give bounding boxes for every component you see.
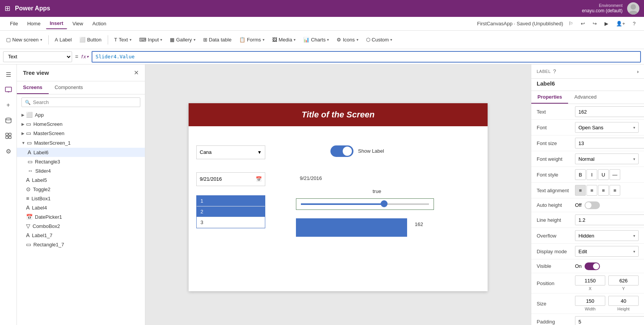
prop-font-size-input[interactable] (575, 138, 644, 148)
forms-button[interactable]: 📋 Forms ▾ (236, 35, 268, 44)
slider-thumb[interactable] (381, 200, 388, 207)
tab-properties[interactable]: Properties (531, 91, 568, 104)
list-item-2[interactable]: 2 (197, 206, 265, 217)
svg-point-0 (631, 4, 636, 10)
chevron-down-icon9: ▾ (390, 38, 392, 42)
user-avatar[interactable] (627, 2, 639, 15)
tree-item-label1-7[interactable]: A Label1_7 (17, 231, 145, 240)
sidebar-toggle-icon[interactable]: ☰ (2, 68, 15, 81)
label-icon3: A (26, 205, 30, 211)
menu-home[interactable]: Home (23, 18, 44, 29)
align-right-button[interactable]: ≡ (598, 185, 609, 196)
canvas-datepicker[interactable]: 9/21/2016 📅 (196, 172, 265, 186)
canvas-toggle[interactable]: Show Label (330, 145, 384, 157)
icons-button[interactable]: ⚙ Icons ▾ (334, 35, 361, 44)
strikethrough-button[interactable]: — (610, 169, 620, 180)
data-table-button[interactable]: ⊞ Data table (200, 35, 235, 44)
position-x-input[interactable] (575, 276, 605, 285)
position-y-input[interactable] (608, 276, 639, 285)
formula-input-wrap[interactable]: Slider4.Value (92, 51, 641, 63)
property-select[interactable]: Text (3, 51, 72, 62)
label-button[interactable]: A Label (52, 35, 75, 44)
align-left-button[interactable]: ≡ (575, 185, 586, 196)
prop-display-mode-select[interactable]: Edit ▾ (575, 246, 639, 257)
tree-item-label5[interactable]: A Label5 (17, 175, 145, 185)
tree-item-datepicker1[interactable]: 📅 DatePicker1 (17, 212, 145, 221)
close-panel-button[interactable]: ✕ (134, 69, 139, 76)
help-icon[interactable]: ? (631, 19, 638, 28)
canvas-dropdown[interactable]: Cana ▼ (196, 145, 265, 159)
list-item-1[interactable]: 1 (197, 196, 265, 206)
prop-padding-input[interactable] (575, 316, 644, 325)
menu-action[interactable]: Action (89, 18, 110, 29)
align-center-button[interactable]: ≡ (586, 185, 597, 196)
gallery-icon: ▦ (170, 37, 174, 43)
visible-toggle-row: On (575, 262, 600, 270)
top-bar-right: Environment enayu.com (default) (582, 2, 639, 15)
tree-item-rectangle1-7[interactable]: ▭ Rectangle1_7 (17, 240, 145, 249)
text-button[interactable]: T Text ▾ (111, 35, 135, 44)
feedback-icon[interactable]: ⚐ (566, 19, 575, 28)
size-height-input[interactable] (608, 296, 639, 306)
add-icon[interactable]: + (2, 98, 15, 112)
tree-item-label6[interactable]: A Label6 (17, 148, 145, 157)
undo-icon[interactable]: ↩ (578, 19, 587, 28)
prop-overflow-select[interactable]: Hidden ▾ (575, 230, 639, 241)
tree-item-toggle2[interactable]: ⊙ Toggle2 (17, 185, 145, 194)
tree-item-combobox2[interactable]: ▽ ComboBox2 (17, 221, 145, 231)
custom-button[interactable]: ⬡ Custom ▾ (363, 35, 396, 44)
menu-insert[interactable]: Insert (46, 18, 67, 29)
tree-item-listbox1[interactable]: ≡ ListBox1 (17, 194, 145, 203)
redo-icon[interactable]: ↪ (590, 19, 599, 28)
chevron-down-icon: ▾ (633, 125, 635, 130)
search-input[interactable] (33, 99, 137, 105)
toggle-switch[interactable] (330, 145, 353, 157)
tree-item-label4[interactable]: A Label4 (17, 203, 145, 212)
app-grid-icon[interactable]: ⊞ (5, 4, 10, 13)
canvas-listbox[interactable]: 1 2 3 (196, 195, 265, 228)
right-panel-tabs: Properties Advanced (531, 91, 644, 104)
menu-file[interactable]: File (6, 18, 22, 29)
components-icon[interactable] (2, 129, 15, 143)
help-icon[interactable]: ? (553, 68, 556, 74)
underline-button[interactable]: U (598, 169, 609, 180)
charts-button[interactable]: 📊 Charts ▾ (300, 35, 332, 44)
prop-font-weight-select[interactable]: Normal ▾ (575, 153, 639, 164)
gallery-button[interactable]: ▦ Gallery ▾ (167, 35, 198, 44)
canvas-date-display: 9/21/2016 (300, 175, 322, 181)
tree-item-rectangle3[interactable]: ▭ Rectangle3 (17, 157, 145, 166)
screens-icon[interactable] (2, 83, 15, 97)
prop-font-style-label: Font style (537, 172, 575, 178)
play-icon[interactable]: ▶ (602, 19, 611, 28)
tab-components[interactable]: Components (49, 81, 89, 94)
settings-icon[interactable]: ⚙ (2, 144, 15, 158)
tree-item-masterscreen[interactable]: ▶ ▭ MasterScreen (17, 129, 145, 138)
italic-button[interactable]: I (586, 169, 597, 180)
expand-panel-button[interactable]: › (637, 69, 639, 74)
tab-advanced[interactable]: Advanced (568, 91, 603, 104)
auto-height-toggle[interactable] (585, 201, 600, 209)
list-item-3[interactable]: 3 (197, 217, 265, 228)
visible-toggle[interactable] (585, 262, 600, 270)
person-add-icon[interactable]: 👤+ (614, 19, 628, 28)
tree-item-masterscreen1[interactable]: ▼ ▭ MasterScreen_1 ··· (17, 138, 145, 148)
tree-item-homescreen[interactable]: ▶ ▭ HomeScreen (17, 119, 145, 129)
prop-font-select[interactable]: Open Sans ▾ (575, 122, 639, 133)
data-icon[interactable] (2, 114, 15, 127)
tree-item-slider4[interactable]: ↔ Slider4 (17, 166, 145, 175)
input-button[interactable]: ⌨ Input ▾ (136, 35, 166, 44)
new-screen-button[interactable]: ▢ New screen ▾ (3, 35, 45, 44)
prop-text-input[interactable] (575, 106, 644, 117)
bold-button[interactable]: B (575, 169, 586, 180)
tree-item-app[interactable]: ▶ ⬜ App (17, 110, 145, 119)
media-button[interactable]: 🖼 Media ▾ (269, 35, 299, 44)
tab-screens[interactable]: Screens (17, 81, 49, 94)
prop-line-height-input[interactable] (575, 214, 644, 225)
align-justify-button[interactable]: ≡ (610, 185, 620, 196)
canvas-slider[interactable] (296, 198, 434, 210)
formula-input[interactable]: Slider4.Value (95, 54, 135, 59)
canvas-button[interactable] (296, 218, 407, 237)
menu-view[interactable]: View (69, 18, 87, 29)
size-width-input[interactable] (575, 296, 605, 306)
button-button[interactable]: ⬜ Button (76, 35, 105, 44)
